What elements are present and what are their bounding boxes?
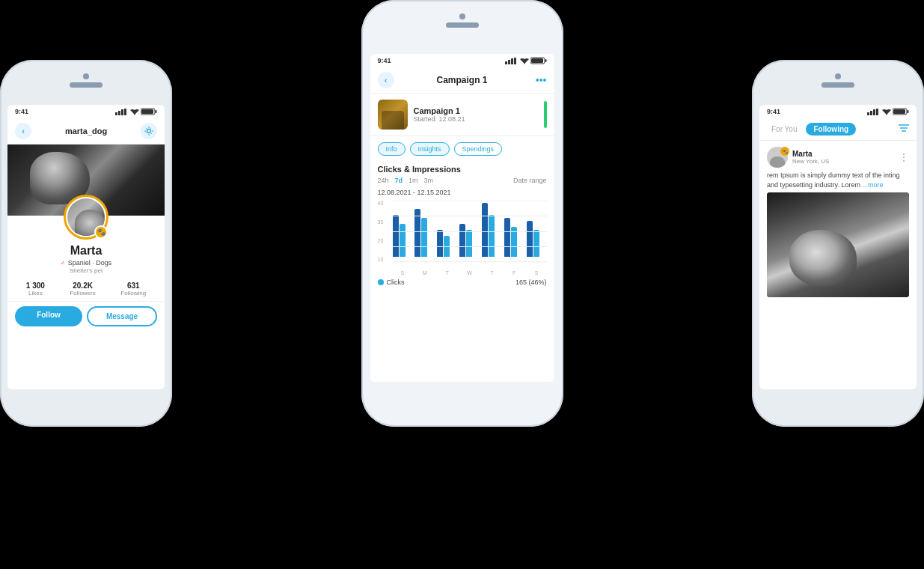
profile-stats: 1 300 Likes 20.2K Followers 631 Followin… xyxy=(7,274,165,302)
time-filters: 24h 7d 1m 3m Date range xyxy=(370,175,554,187)
svg-rect-16 xyxy=(870,111,872,115)
status-icons-right xyxy=(867,108,909,115)
time-7d[interactable]: 7d xyxy=(395,177,403,184)
legend-clicks: Clicks xyxy=(378,279,405,286)
post-pet-badge: 🐾 xyxy=(780,147,789,156)
post-user-info: Marta New York, US xyxy=(792,150,894,165)
svg-rect-3 xyxy=(124,109,126,115)
profile-name: Marta xyxy=(7,244,165,258)
more-button-center[interactable]: ••• xyxy=(536,74,547,86)
svg-rect-18 xyxy=(876,109,878,115)
campaign-thumbnail xyxy=(378,100,408,130)
campaign-date: Started: 12.08.21 xyxy=(414,115,538,123)
bar-t2-dark xyxy=(482,203,488,257)
bar-w-light xyxy=(466,230,472,257)
time-1m[interactable]: 1m xyxy=(409,177,418,184)
feed-post: 🐾 Marta New York, US ⋮ rem Ipsum is simp… xyxy=(759,141,917,300)
bar-s-dark xyxy=(393,215,399,257)
tab-insights[interactable]: Insights xyxy=(410,142,450,156)
message-button[interactable]: Message xyxy=(87,306,157,326)
svg-rect-11 xyxy=(514,58,516,64)
post-more-link[interactable]: ...more xyxy=(862,181,883,189)
tab-for-you[interactable]: For You xyxy=(767,123,801,136)
bar-m-dark xyxy=(414,209,420,257)
stat-following: 631 Following xyxy=(120,282,146,296)
status-bar-left: 9:41 xyxy=(7,105,165,118)
post-options[interactable]: ⋮ xyxy=(899,151,909,163)
bar-s-light xyxy=(400,224,406,257)
bar-group-3 xyxy=(459,224,480,257)
stat-likes: 1 300 Likes xyxy=(26,282,45,296)
svg-rect-2 xyxy=(121,109,123,115)
bar-f-light xyxy=(511,227,517,257)
bar-w-dark xyxy=(459,224,465,257)
bar-s2-dark xyxy=(527,221,533,257)
status-bar-right: 9:41 xyxy=(759,105,917,118)
time-left: 9:41 xyxy=(15,108,28,115)
time-3m[interactable]: 3m xyxy=(424,177,434,184)
time-24h[interactable]: 24h xyxy=(378,177,389,184)
chart-bars xyxy=(393,201,547,270)
speaker-left xyxy=(70,82,103,88)
status-icons-left xyxy=(115,108,157,115)
tab-spendings[interactable]: Spendings xyxy=(454,142,503,156)
phone-right: 9:41 For You Foll xyxy=(752,60,924,427)
follow-button[interactable]: Follow xyxy=(15,306,82,326)
avatar-ring: 🐾 xyxy=(64,195,108,240)
tab-following[interactable]: Following xyxy=(806,123,856,136)
bar-t1-light xyxy=(444,236,450,257)
chart-x-labels: S M T W T F S xyxy=(393,270,547,276)
campaign-card: Campaign 1 Started: 12.08.21 xyxy=(370,94,554,136)
post-dog-photo xyxy=(767,192,909,297)
campaign-progress-bar xyxy=(544,101,547,128)
phone-center: 9:41 ‹ Campaign 1 xyxy=(361,0,563,427)
bar-f-dark xyxy=(504,218,510,257)
pet-badge: 🐾 xyxy=(94,225,108,239)
speaker-center xyxy=(446,22,479,28)
svg-rect-0 xyxy=(115,112,117,115)
svg-rect-8 xyxy=(505,61,507,64)
filter-icon[interactable] xyxy=(899,124,909,135)
svg-rect-14 xyxy=(531,58,543,63)
screen-center: 9:41 ‹ Campaign 1 xyxy=(370,54,554,382)
profile-actions: Follow Message xyxy=(7,302,165,331)
back-button-center[interactable]: ‹ xyxy=(378,72,394,88)
bar-t2-light xyxy=(489,215,495,257)
bar-group-1 xyxy=(414,209,435,257)
svg-rect-13 xyxy=(545,59,546,62)
status-icons-center xyxy=(505,57,547,64)
chart-container: 40 30 20 10 xyxy=(370,201,554,276)
bar-group-4 xyxy=(482,203,502,257)
time-center: 9:41 xyxy=(378,57,391,64)
tab-pills: Info Insights Spendings xyxy=(370,136,554,162)
camera-center xyxy=(459,13,465,19)
svg-rect-20 xyxy=(908,110,909,113)
profile-username: marta_dog xyxy=(65,127,107,136)
chart-area: S M T W T F S xyxy=(393,201,547,276)
poster-location: New York, US xyxy=(792,158,894,165)
screen-right: 9:41 For You Foll xyxy=(759,105,917,389)
tab-info[interactable]: Info xyxy=(378,142,406,156)
bar-m-light xyxy=(421,218,427,257)
svg-rect-15 xyxy=(867,112,869,115)
chart-y-labels: 40 30 20 10 xyxy=(378,201,384,262)
svg-point-7 xyxy=(147,130,151,133)
time-right: 9:41 xyxy=(767,108,780,115)
date-range-label: Date range xyxy=(513,177,547,184)
feed-header: For You Following xyxy=(759,118,917,141)
campaign-header: ‹ Campaign 1 ••• xyxy=(370,67,554,94)
date-range-value: 12.08.2021 - 12.15.2021 xyxy=(370,187,554,201)
legend-dot xyxy=(378,279,384,285)
post-image xyxy=(767,192,909,297)
poster-name: Marta xyxy=(792,150,894,158)
settings-icon[interactable] xyxy=(141,123,157,139)
back-button-left[interactable]: ‹ xyxy=(15,123,31,139)
stat-followers: 20.2K Followers xyxy=(70,282,95,296)
bar-s2-light xyxy=(533,230,539,257)
profile-breed: ♂ Spaniel · Dogs xyxy=(7,259,165,267)
avatar-wrap: 🐾 xyxy=(7,195,165,240)
bar-t1-dark xyxy=(437,230,443,257)
shelter-label: Shelter's pet xyxy=(7,267,165,274)
legend-value: 165 (46%) xyxy=(515,279,547,286)
bar-group-0 xyxy=(393,215,413,257)
